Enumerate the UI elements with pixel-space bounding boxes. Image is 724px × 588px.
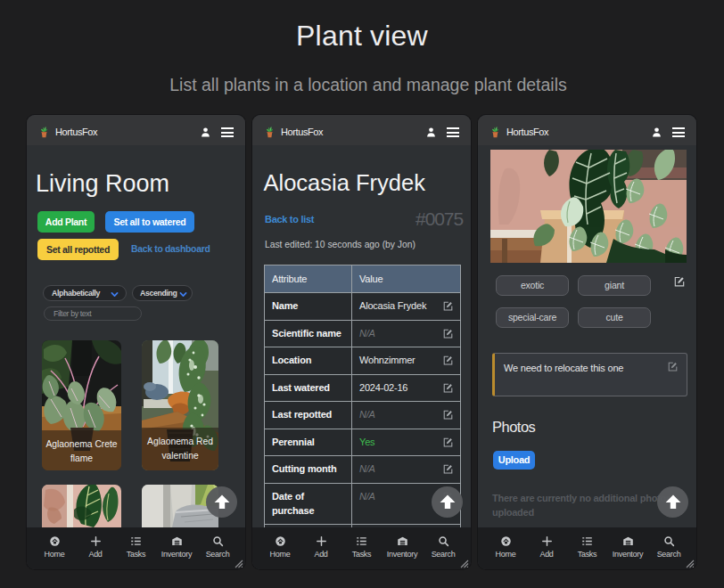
svg-text:Aglaonema Crete: Aglaonema Crete: [45, 439, 117, 449]
svg-text:Aglaonema Red: Aglaonema Red: [147, 437, 213, 446]
svg-text:valentine: valentine: [161, 451, 198, 461]
svg-text:flame: flame: [70, 453, 93, 463]
